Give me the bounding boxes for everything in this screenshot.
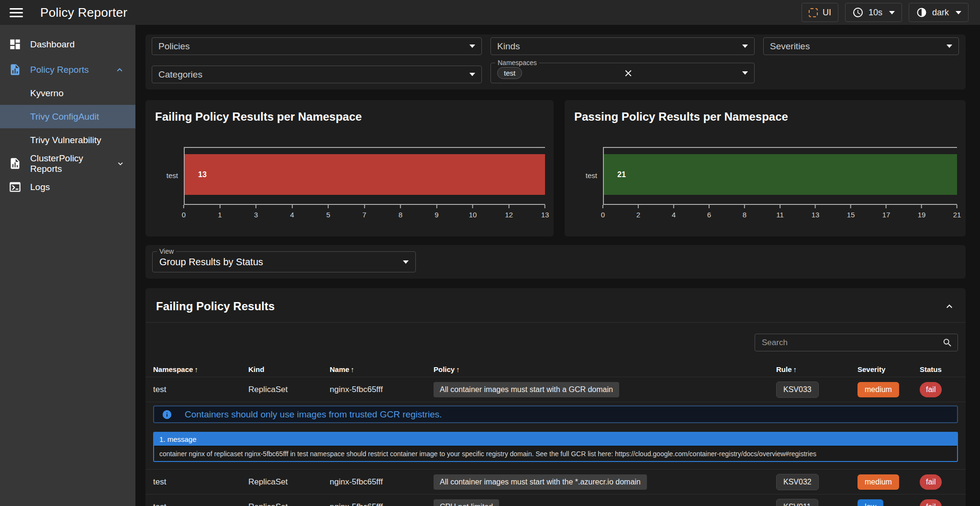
sidebar-item-kyverno[interactable]: Kyverno — [0, 81, 135, 105]
x-axis-tick: 9 — [434, 205, 438, 219]
message-table-header: 1. message — [154, 433, 957, 446]
severity-badge: medium — [858, 474, 899, 490]
dashboard-icon — [9, 38, 22, 51]
kinds-select[interactable]: Kinds — [490, 37, 755, 55]
table-row[interactable]: test ReplicaSet nginx-5fbc65fff All cont… — [145, 470, 966, 495]
chevron-down-icon — [469, 73, 475, 76]
view-select-value: Group Results by Status — [159, 257, 263, 268]
topbar-actions: UI 10s dark — [802, 3, 969, 22]
bar-passing: 21 — [604, 154, 957, 194]
search-input[interactable] — [762, 338, 942, 348]
rule-chip: KSV011 — [776, 499, 818, 506]
cell-kind: ReplicaSet — [248, 477, 330, 487]
theme-value: dark — [932, 8, 949, 18]
policy-chip: All container images must start with the… — [434, 474, 647, 490]
app-title: Policy Reporter — [40, 5, 127, 20]
severities-select[interactable]: Severities — [763, 37, 959, 55]
topbar: Policy Reporter UI 10s dark — [0, 0, 980, 25]
sidebar-item-label: ClusterPolicy Reports — [30, 153, 107, 174]
menu-icon[interactable] — [10, 6, 23, 20]
x-axis-tick: 13 — [812, 205, 820, 219]
x-axis-tick: 12 — [505, 205, 513, 219]
x-axis-tick: 13 — [541, 205, 549, 219]
sidebar-item-label: Kyverno — [30, 88, 64, 99]
expanded-row-detail: Containers should only use images from t… — [145, 402, 966, 470]
clock-icon — [852, 7, 864, 18]
clear-icon[interactable] — [623, 68, 634, 79]
sort-asc-icon: ↑ — [456, 365, 460, 373]
column-header-severity[interactable]: Severity — [858, 365, 920, 373]
chevron-down-icon — [956, 11, 961, 14]
cell-name: nginx-5fbc65fff — [330, 385, 434, 394]
chart-title: Passing Policy Results per Namespace — [574, 110, 957, 124]
severity-badge: medium — [858, 382, 899, 397]
rule-chip: KSV032 — [776, 474, 819, 490]
sort-asc-icon: ↑ — [351, 365, 355, 373]
collapse-icon[interactable] — [944, 301, 955, 312]
view-card: View Group Results by Status — [145, 245, 966, 279]
chevron-down-icon — [116, 158, 125, 169]
status-badge: fail — [920, 382, 942, 397]
ui-version-label: UI — [823, 8, 831, 18]
ui-version-button[interactable]: UI — [802, 3, 838, 22]
column-header-rule[interactable]: Rule↑ — [776, 365, 858, 373]
column-header-status[interactable]: Status — [920, 365, 958, 373]
x-axis-tick: 8 — [743, 205, 746, 219]
view-select[interactable]: View Group Results by Status — [152, 251, 416, 272]
sidebar-item-label: Trivy ConfigAudit — [30, 112, 99, 122]
sidebar-item-dashboard[interactable]: Dashboard — [0, 33, 135, 56]
x-axis-tick: 0 — [182, 205, 186, 219]
table-row[interactable]: test ReplicaSet nginx-5fbc65fff CPU not … — [145, 495, 966, 506]
refresh-interval-select[interactable]: 10s — [845, 3, 902, 22]
info-alert: Containers should only use images from t… — [153, 405, 958, 423]
x-axis-tick: 1 — [218, 205, 222, 219]
bar-value-label: 21 — [617, 170, 626, 179]
policies-select[interactable]: Policies — [152, 37, 482, 55]
column-header-name[interactable]: Name↑ — [330, 365, 434, 373]
x-axis-tick: 0 — [601, 205, 605, 219]
x-axis-tick: 15 — [847, 205, 855, 219]
failing-results-card: Failing Policy Results Namespace↑ Kind N… — [145, 288, 966, 506]
namespace-chip[interactable]: test — [497, 67, 522, 79]
kinds-select-label: Kinds — [497, 41, 520, 52]
sidebar-item-trivy-configaudit[interactable]: Trivy ConfigAudit — [0, 105, 135, 128]
filters-card: Policies Kinds Severities Categories Nam… — [145, 34, 966, 90]
table-row[interactable]: test ReplicaSet nginx-5fbc65fff All cont… — [145, 377, 966, 402]
sidebar-item-logs[interactable]: Logs — [0, 175, 135, 199]
y-axis-label: test — [167, 171, 178, 180]
info-alert-text: Containers should only use images from t… — [185, 409, 442, 420]
y-axis-label: test — [586, 171, 597, 180]
sidebar: Dashboard Policy Reports Kyverno Trivy C… — [0, 25, 135, 506]
policy-chip: CPU not limited — [434, 499, 499, 506]
search-icon[interactable] — [942, 337, 953, 348]
column-header-kind[interactable]: Kind — [248, 365, 330, 373]
x-axis-ticks: 02468111315171921 — [603, 205, 957, 224]
chevron-down-icon — [947, 45, 952, 48]
bar-value-label: 13 — [198, 170, 207, 179]
x-axis-tick: 8 — [399, 205, 402, 219]
namespaces-select-label: Namespaces — [495, 59, 539, 67]
view-select-label: View — [157, 247, 176, 255]
sidebar-item-clusterpolicy-reports[interactable]: ClusterPolicy Reports — [0, 152, 135, 175]
chevron-down-icon — [889, 11, 895, 14]
categories-select[interactable]: Categories — [152, 66, 482, 83]
x-axis-tick: 6 — [707, 205, 711, 219]
refresh-interval-value: 10s — [869, 8, 882, 18]
main-content: Policies Kinds Severities Categories Nam… — [135, 25, 980, 506]
column-header-namespace[interactable]: Namespace↑ — [153, 365, 248, 373]
search-field[interactable] — [755, 334, 958, 351]
theme-select[interactable]: dark — [909, 3, 969, 22]
info-icon — [162, 409, 172, 420]
column-header-policy[interactable]: Policy↑ — [434, 365, 776, 373]
sidebar-item-trivy-vulnerability[interactable]: Trivy Vulnerability — [0, 128, 135, 152]
rule-chip: KSV033 — [776, 382, 819, 398]
sidebar-item-label: Logs — [30, 182, 50, 192]
file-chart-icon — [9, 157, 22, 170]
theme-icon — [916, 7, 927, 18]
namespaces-select[interactable]: Namespaces test — [490, 63, 755, 83]
chevron-down-icon — [403, 260, 409, 264]
bar-failing: 13 — [185, 154, 545, 194]
sidebar-item-policy-reports[interactable]: Policy Reports — [0, 58, 135, 81]
cell-kind: ReplicaSet — [248, 385, 330, 394]
x-axis-tick: 7 — [362, 205, 366, 219]
